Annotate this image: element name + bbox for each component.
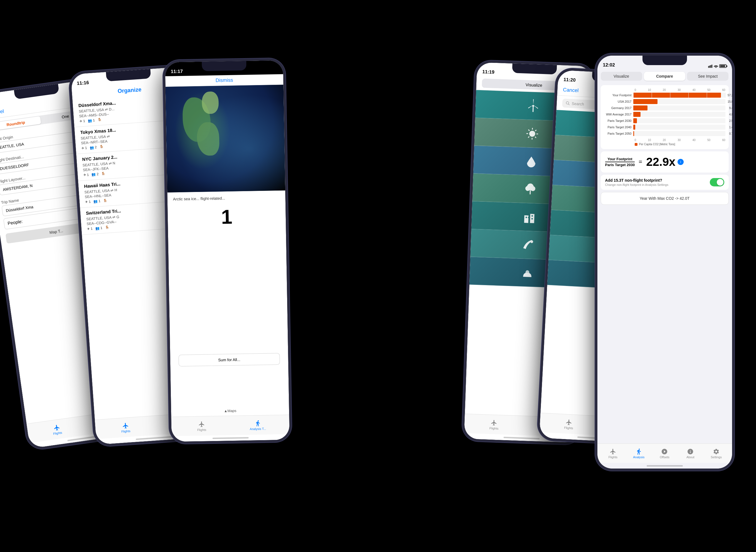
bar-label-4: WW Average 2017	[604, 113, 633, 116]
svg-rect-19	[532, 215, 533, 217]
legend-dot	[635, 143, 637, 146]
bar-label-5: Paris Target 2030	[604, 119, 633, 122]
people-icon-5: 👥 1	[95, 226, 103, 230]
nav-label-flights-5: Flights	[564, 426, 573, 430]
seat-icon-2: 🪑	[99, 145, 104, 149]
people-icon-4: 👥 1	[93, 199, 101, 203]
bar-germany2017: Germany 2017 9.4	[604, 106, 725, 111]
phone-3: 11:17 Dismiss	[162, 58, 292, 444]
people-icon-1: 👥 1	[88, 118, 95, 123]
ratio-equals: =	[637, 158, 644, 165]
svg-rect-36	[708, 66, 709, 67]
nav-label-analysis-3: Analysis T...	[250, 427, 266, 430]
dismiss-button[interactable]: Dismiss	[212, 74, 236, 86]
seat-icon-3: 🪑	[101, 172, 106, 176]
svg-rect-17	[525, 217, 527, 218]
tab-see-impact[interactable]: See Impact	[687, 72, 729, 81]
svg-rect-39	[712, 64, 712, 67]
nav-label-offsets-6: Offsets	[660, 455, 669, 459]
ratio-value: 22.9x	[646, 155, 675, 169]
nav-analysis-3[interactable]: Analysis T...	[250, 420, 266, 430]
sum-button[interactable]: Sum for All...	[178, 353, 280, 367]
svg-rect-37	[709, 65, 710, 67]
nav-bar-3: Flights Analysis T...	[171, 415, 289, 436]
bar-value-3: 9.4	[729, 107, 732, 110]
bar-ww2017: WW Average 2017 4.8	[604, 112, 725, 117]
nav-flights-3[interactable]: Flights	[194, 421, 209, 431]
bar-paris2050: Paris Target 2050 0.7	[604, 131, 725, 136]
nav-flights-1[interactable]: Flights	[49, 423, 64, 436]
svg-line-10	[528, 136, 529, 137]
nav-flights-4[interactable]: Flights	[487, 419, 501, 430]
nav-flights-6[interactable]: Flights	[606, 448, 620, 459]
bar-usa2017: USA 2017 15.8	[604, 99, 725, 104]
chart-legend: Per Capita CO2 [Metric Tons]	[604, 142, 725, 146]
nav-label-flights-6: Flights	[609, 455, 617, 459]
legend-label: Per Capita CO2 [Metric Tons]	[639, 143, 675, 146]
cancel-button-5[interactable]: Cancel	[563, 87, 579, 94]
phone-6: 12:02 Visualize Compare See Impact	[595, 53, 734, 471]
nav-settings-6[interactable]: Settings	[709, 448, 723, 459]
seat-icon-1: 🪑	[98, 118, 102, 122]
bar-value-5: 2.5	[729, 119, 732, 122]
nav-flights-5[interactable]: Flights	[562, 418, 576, 430]
plane-icon-1: ✈ 1	[79, 119, 85, 123]
people-icon-2: 👥 2	[89, 145, 97, 150]
ratio-fraction: Your Footprint Paris Target 2030	[605, 157, 635, 167]
people-icon-3: 👥 2	[91, 172, 99, 177]
search-placeholder: Search	[572, 101, 584, 106]
bar-paris2040: Paris Target 2040 1.4	[604, 125, 725, 130]
year-field[interactable]: Year With Max CO2 -> 42.0T	[601, 192, 729, 205]
svg-rect-20	[531, 218, 533, 219]
nav-label-flights-1: Flights	[53, 431, 62, 435]
bar-value-2: 15.8	[728, 100, 732, 103]
toggle-row: Add 15.3T non-flight footprint? Change n…	[605, 178, 724, 186]
bar-value-1: 57.2	[728, 94, 732, 97]
toggle-sub: Change non-flight footprint in Analysis …	[605, 183, 668, 186]
svg-line-9	[535, 130, 536, 131]
plane-icon-4: ✈ 1	[85, 200, 91, 204]
chart-area: 0 10 20 30 40 50 60 Your Footprint	[601, 85, 729, 149]
bar-track-4: 4.8	[633, 112, 725, 117]
svg-point-0	[532, 105, 534, 107]
notch-6	[642, 56, 687, 65]
info-button[interactable]: i	[677, 159, 684, 165]
bar-your-footprint: Your Footprint 57.2	[604, 93, 725, 98]
time-5: 11:20	[563, 77, 575, 83]
nav-label-flights-4: Flights	[489, 426, 498, 430]
toggle-text-group: Add 15.3T non-flight footprint? Change n…	[605, 178, 668, 186]
notch-4	[512, 63, 557, 75]
nav-flights-2[interactable]: Flights	[118, 422, 133, 433]
bar-track-7: 0.7	[633, 131, 725, 136]
toggle-switch[interactable]	[710, 178, 724, 186]
axis-top: 0 10 20 30 40 50 60	[604, 89, 725, 93]
cancel-button-1[interactable]: Cancel	[0, 109, 4, 117]
toggle-text: Add 15.3T non-flight footprint?	[605, 178, 668, 182]
plane-icon-2: ✈ 1	[81, 146, 87, 150]
bar-label-1: Your Footprint	[604, 94, 633, 97]
bar-label-3: Germany 2017	[604, 106, 633, 110]
phones-container: 11:17 ▐▐▐ ● ▓▓▓ Cancel Roundtrip One Fli…	[16, 26, 740, 526]
nav-analysis-6[interactable]: Analysis	[632, 448, 646, 459]
time-3: 11:17	[171, 69, 183, 75]
bar-value-6: 1.4	[729, 126, 732, 129]
seat-icon-4: 🪑	[103, 199, 108, 203]
nav-offsets-6[interactable]: Offsets	[657, 448, 671, 459]
nav-about-6[interactable]: About	[684, 448, 697, 459]
people-label: People:	[7, 219, 23, 226]
bar-track-1: 57.2	[633, 93, 725, 98]
plane-icon-5: ✈ 1	[87, 227, 93, 231]
nav-label-analysis-6: Analysis	[633, 455, 644, 459]
tab-visualize[interactable]: Visualize	[601, 72, 642, 81]
toggle-knob	[717, 179, 724, 185]
nav-bar-6: Flights Analysis Offsets About Settings	[597, 443, 732, 463]
nav-label-about-6: About	[687, 455, 695, 459]
time-4: 11:19	[482, 69, 494, 75]
ratio-bottom: Paris Target 2030	[605, 162, 635, 167]
nav-label-flights-3: Flights	[197, 428, 206, 431]
tab-compare[interactable]: Compare	[644, 72, 685, 81]
bar-label-6: Paris Target 2040	[604, 126, 633, 129]
time-6: 12:02	[603, 62, 615, 68]
bar-label-7: Paris Target 2050	[604, 132, 633, 135]
bar-value-7: 0.7	[729, 132, 732, 135]
